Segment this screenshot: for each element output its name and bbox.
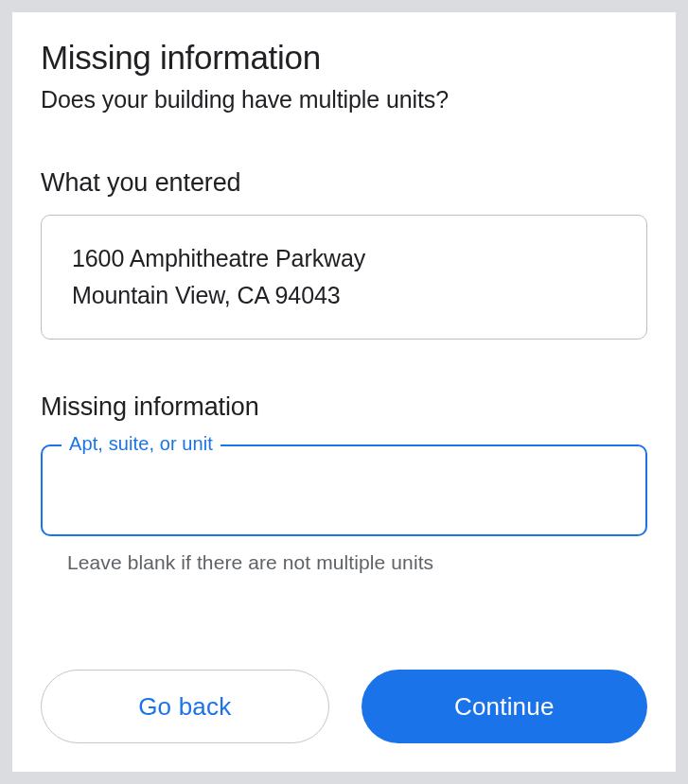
- apt-field-wrapper: Apt, suite, or unit: [41, 444, 647, 536]
- apt-helper-text: Leave blank if there are not multiple un…: [67, 551, 647, 574]
- entered-address-line1: 1600 Amphitheatre Parkway: [72, 240, 616, 277]
- dialog-subtitle: Does your building have multiple units?: [41, 86, 647, 113]
- dialog-title: Missing information: [41, 39, 647, 77]
- go-back-button[interactable]: Go back: [41, 670, 329, 743]
- entered-address-box: 1600 Amphitheatre Parkway Mountain View,…: [41, 215, 647, 340]
- button-row: Go back Continue: [41, 670, 647, 743]
- entered-heading: What you entered: [41, 168, 647, 198]
- apt-field-label: Apt, suite, or unit: [62, 433, 221, 455]
- dialog-card: Missing information Does your building h…: [11, 11, 677, 773]
- continue-button[interactable]: Continue: [362, 670, 648, 743]
- missing-heading: Missing information: [41, 392, 647, 422]
- entered-address-line2: Mountain View, CA 94043: [72, 277, 616, 314]
- apt-input[interactable]: [41, 444, 647, 536]
